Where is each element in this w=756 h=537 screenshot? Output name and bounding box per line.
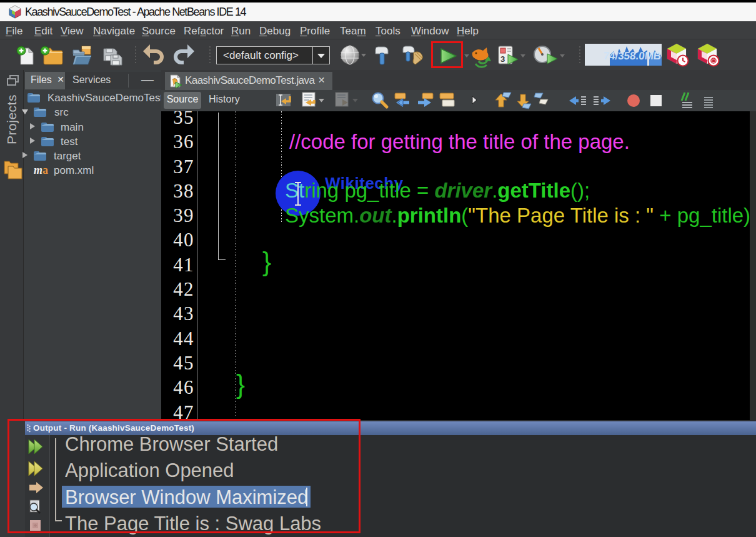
svg-text:3: 3 [500,54,505,64]
svg-text:74/358.0MB: 74/358.0MB [603,50,662,62]
